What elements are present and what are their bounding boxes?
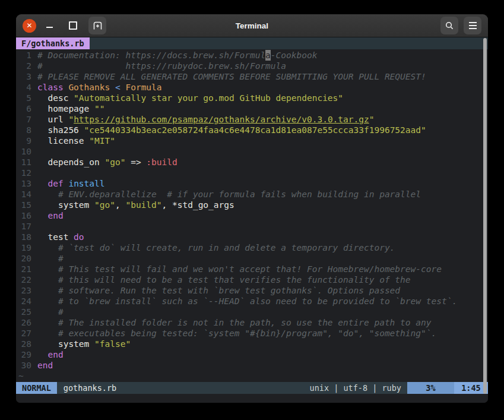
code-token: "" bbox=[94, 103, 104, 114]
code-token: # this will need to be a test that verif… bbox=[37, 274, 411, 285]
code-line[interactable]: 9 license "MIT" bbox=[16, 135, 488, 146]
code-line[interactable]: 13 def install bbox=[16, 178, 488, 189]
line-number: 23 bbox=[18, 285, 31, 296]
code-token: " bbox=[68, 114, 74, 125]
code-token: "false" bbox=[94, 339, 131, 349]
line-number: 11 bbox=[18, 157, 31, 168]
code-token: # The installed folder is not in the pat… bbox=[37, 317, 431, 328]
code-line[interactable]: 1# Documentation: https://docs.brew.sh/F… bbox=[16, 50, 488, 61]
code-token: "go" bbox=[105, 157, 126, 168]
mode-indicator: NORMAL bbox=[16, 382, 57, 394]
code-token: end bbox=[47, 349, 63, 360]
code-token: end bbox=[37, 360, 53, 371]
new-tab-button[interactable] bbox=[88, 17, 106, 34]
code-token: end bbox=[47, 210, 63, 221]
line-number: 6 bbox=[18, 103, 31, 114]
statusline-fileinfo: unix | utf-8 | ruby bbox=[304, 382, 407, 394]
line-number: 29 bbox=[18, 349, 31, 360]
code-line[interactable]: 25 # bbox=[16, 307, 488, 317]
code-line[interactable]: 16 end bbox=[16, 210, 488, 221]
line-number: 2 bbox=[18, 61, 31, 71]
code-token: homepage bbox=[37, 103, 94, 114]
code-token: system bbox=[37, 339, 94, 349]
code-token: system bbox=[37, 200, 94, 210]
code-line[interactable]: 15 system "go", "build", *std_go_args bbox=[16, 200, 488, 210]
titlebar: ✕ Terminal bbox=[16, 14, 488, 37]
search-button[interactable] bbox=[440, 17, 458, 34]
code-line[interactable]: 4class Gothanks < Formula bbox=[16, 82, 488, 93]
code-token bbox=[110, 82, 115, 93]
code-line[interactable]: 27 # executables being tested: `system "… bbox=[16, 328, 488, 339]
code-line[interactable]: 17 bbox=[16, 221, 488, 232]
code-token: depends_on bbox=[37, 157, 105, 168]
code-token: "go" bbox=[94, 200, 115, 210]
statusline: NORMAL gothanks.rb unix | utf-8 | ruby 3… bbox=[16, 382, 488, 394]
code-token: def bbox=[47, 178, 63, 189]
code-token: https://github.com/psampaz/gothanks/arch… bbox=[74, 114, 369, 125]
code-token: # software. Run the test with `brew test… bbox=[37, 285, 400, 296]
code-line[interactable]: 28 system "false" bbox=[16, 339, 488, 349]
code-token: sha256 bbox=[37, 125, 84, 135]
code-line[interactable]: 18 test do bbox=[16, 232, 488, 242]
code-line[interactable]: 2# https://rubydoc.brew.sh/Formula bbox=[16, 61, 488, 71]
code-line[interactable]: 7 url "https://github.com/psampaz/gothan… bbox=[16, 114, 488, 125]
code-token: url bbox=[37, 114, 68, 125]
code-line[interactable]: 29 end bbox=[16, 349, 488, 360]
code-token bbox=[37, 210, 47, 221]
code-line[interactable]: 10 bbox=[16, 146, 488, 157]
line-number: 18 bbox=[18, 232, 31, 242]
code-token: ~ bbox=[18, 371, 24, 381]
line-number: 25 bbox=[18, 307, 31, 317]
code-line[interactable]: 3# PLEASE REMOVE ALL GENERATED COMMENTS … bbox=[16, 71, 488, 82]
code-token: # bbox=[37, 307, 64, 317]
line-number: 21 bbox=[18, 264, 31, 274]
tab-gothanks[interactable]: F/gothanks.rb bbox=[16, 37, 90, 49]
close-button[interactable]: ✕ bbox=[23, 19, 36, 33]
editor-buffer[interactable]: 1# Documentation: https://docs.brew.sh/F… bbox=[16, 49, 488, 382]
code-line[interactable]: 11 depends_on "go" => :build bbox=[16, 157, 488, 168]
line-number: 13 bbox=[18, 178, 31, 189]
line-number: 28 bbox=[18, 339, 31, 349]
scroll-percent: 3% bbox=[407, 382, 454, 394]
code-token: # ENV.deparallelize # if your formula fa… bbox=[37, 189, 421, 200]
line-number: 1 bbox=[18, 50, 31, 61]
code-token: do bbox=[74, 232, 84, 242]
line-number: 22 bbox=[18, 274, 31, 285]
menu-button[interactable] bbox=[464, 17, 481, 34]
code-token: # This test will fail and we won't accep… bbox=[37, 264, 442, 274]
code-line[interactable]: 22 # this will need to be a test that ve… bbox=[16, 274, 488, 285]
code-line[interactable]: 23 # software. Run the test with `brew t… bbox=[16, 285, 488, 296]
code-line[interactable]: 20 # bbox=[16, 253, 488, 264]
code-token bbox=[37, 349, 47, 360]
line-number: 20 bbox=[18, 253, 31, 264]
code-line[interactable]: 30end bbox=[16, 360, 488, 371]
code-token: # executables being tested: `system "#{b… bbox=[37, 328, 436, 339]
code-line[interactable]: 19 # `test do` will create, run in and d… bbox=[16, 242, 488, 253]
line-number: 9 bbox=[18, 135, 31, 146]
code-line[interactable]: 5 desc "Automatically star your go.mod G… bbox=[16, 93, 488, 103]
code-line[interactable]: 6 homepage "" bbox=[16, 103, 488, 114]
scrollbar[interactable] bbox=[483, 38, 487, 394]
menu-icon bbox=[469, 22, 477, 29]
code-token: => bbox=[125, 157, 146, 168]
command-line[interactable] bbox=[16, 394, 488, 403]
code-line[interactable]: ~ bbox=[16, 371, 488, 381]
code-line[interactable]: 21 # This test will fail and we won't ac… bbox=[16, 264, 488, 274]
code-token: # Documentation: https://docs.brew.sh/Fo… bbox=[37, 50, 265, 61]
code-line[interactable]: 14 # ENV.deparallelize # if your formula… bbox=[16, 189, 488, 200]
code-line[interactable]: 26 # The installed folder is not in the … bbox=[16, 317, 488, 328]
code-line[interactable]: 8 sha256 "ce5440334b3eac2e058724faa4c6e4… bbox=[16, 125, 488, 135]
line-number: 10 bbox=[18, 146, 31, 157]
code-line[interactable]: 24 # to `brew install` such as `--HEAD` … bbox=[16, 296, 488, 307]
code-token: , bbox=[115, 200, 125, 210]
code-token: # `test do` will create, run in and dele… bbox=[37, 242, 395, 253]
new-tab-icon bbox=[93, 21, 103, 31]
minimize-button[interactable] bbox=[46, 27, 53, 28]
code-token: # PLEASE REMOVE ALL GENERATED COMMENTS B… bbox=[37, 71, 426, 82]
code-token: "build" bbox=[125, 200, 161, 210]
code-line[interactable]: 12 bbox=[16, 168, 488, 178]
code-token bbox=[121, 82, 126, 93]
line-number: 14 bbox=[18, 189, 31, 200]
maximize-button[interactable] bbox=[69, 21, 77, 30]
line-number: 12 bbox=[18, 168, 31, 178]
